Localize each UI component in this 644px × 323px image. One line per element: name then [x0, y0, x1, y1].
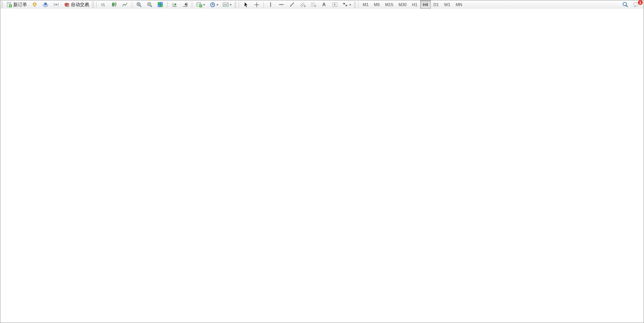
template-icon [223, 2, 229, 8]
auto-trading-icon [64, 2, 70, 8]
dropdown-caret-icon: ▾ [203, 3, 205, 6]
candlestick-icon [111, 2, 117, 8]
cloud-person-icon [42, 2, 48, 8]
chart-shift-icon [182, 2, 188, 8]
cursor-arrow-icon [243, 2, 249, 8]
vertical-line-icon [268, 2, 274, 8]
dropdown-caret-icon: ▾ [217, 3, 218, 6]
toolbar-grip[interactable] [92, 2, 94, 8]
chat-badge: 1 [638, 0, 643, 5]
horizontal-line-button[interactable] [276, 1, 286, 8]
auto-trading-label: 自动交易 [71, 2, 89, 8]
svg-text:E: E [304, 5, 306, 7]
svg-text:T: T [333, 3, 336, 7]
timeframe-button-m5[interactable]: M5 [371, 0, 382, 9]
dropdown-caret-icon: ▾ [349, 3, 351, 6]
trendline-icon [289, 2, 295, 8]
line-chart-button[interactable] [120, 1, 130, 8]
text-label-icon: T [332, 2, 338, 8]
chart-shift-button[interactable] [180, 1, 190, 8]
timeframe-button-h4[interactable]: H4 [420, 0, 431, 9]
periods-button[interactable]: ▾ [207, 1, 220, 8]
zoom-out-button[interactable] [145, 1, 155, 8]
timeframe-button-m15[interactable]: M15 [383, 0, 396, 9]
bar-chart-icon [100, 2, 107, 8]
mql5-market-button[interactable] [30, 1, 40, 8]
search-button[interactable] [620, 1, 630, 8]
text-icon: A [321, 2, 327, 8]
search-icon [622, 2, 628, 8]
channel-icon: E [300, 2, 306, 8]
chat-button[interactable]: 1 [631, 1, 641, 8]
timeframe-button-m1[interactable]: M1 [360, 0, 371, 9]
indicators-icon [196, 2, 202, 8]
chart-canvas[interactable] [0, 9, 644, 323]
timeframe-button-mn[interactable]: MN [453, 0, 465, 9]
auto-trading-button[interactable]: 自动交易 [62, 1, 91, 8]
timeframe-button-d1[interactable]: D1 [431, 0, 442, 9]
cursor-button[interactable] [241, 1, 251, 8]
gem-icon [32, 2, 38, 8]
timeframe-button-h1[interactable]: H1 [409, 0, 420, 9]
clock-icon [209, 2, 215, 8]
zoom-in-button[interactable] [134, 1, 144, 8]
indicators-button[interactable]: ▾ [194, 1, 207, 8]
arrows-icon [342, 2, 348, 8]
main-toolbar: 新订单 自动交易 ▾ ▾ ▾ [0, 0, 644, 9]
arrows-button[interactable]: ▾ [340, 1, 353, 8]
broadcast-icon [53, 2, 59, 8]
fibonacci-button[interactable]: F [308, 1, 318, 8]
toolbar-grip[interactable] [354, 2, 356, 8]
trendline-button[interactable] [287, 1, 297, 8]
tile-windows-button[interactable] [155, 1, 165, 8]
horizontal-line-icon [278, 2, 284, 8]
timeframe-button-m30[interactable]: M30 [396, 0, 409, 9]
signals-button[interactable] [51, 1, 61, 8]
crosshair-button[interactable] [252, 1, 261, 8]
templates-button[interactable]: ▾ [221, 1, 233, 8]
zoom-out-icon [147, 2, 153, 8]
zoom-in-icon [136, 2, 142, 8]
new-order-button[interactable]: 新订单 [4, 1, 29, 8]
new-order-label: 新订单 [13, 2, 27, 8]
auto-scroll-button[interactable] [169, 1, 179, 8]
text-button[interactable]: A [319, 1, 329, 8]
tile-windows-icon [157, 2, 163, 8]
dropdown-caret-icon: ▾ [230, 3, 231, 6]
toolbar-grip[interactable] [234, 2, 236, 8]
equidistant-channel-button[interactable]: E [298, 1, 308, 8]
timeframe-button-w1[interactable]: W1 [442, 0, 453, 9]
crosshair-icon [253, 2, 260, 8]
timeframe-bar: M1M5M15M30H1H4D1W1MN [360, 0, 465, 9]
svg-text:F: F [315, 5, 316, 7]
fibonacci-icon: F [310, 2, 316, 8]
toolbar-grip[interactable] [1, 2, 3, 8]
community-button[interactable] [40, 1, 50, 8]
terminal-window: 新订单 自动交易 ▾ ▾ ▾ [0, 0, 644, 323]
candlestick-chart-button[interactable] [109, 1, 119, 8]
line-chart-icon [122, 2, 128, 8]
new-order-icon [6, 2, 12, 8]
bar-chart-button[interactable] [99, 1, 108, 8]
text-label-button[interactable]: T [330, 1, 340, 8]
vertical-line-button[interactable] [266, 1, 276, 8]
auto-scroll-icon [171, 2, 177, 8]
